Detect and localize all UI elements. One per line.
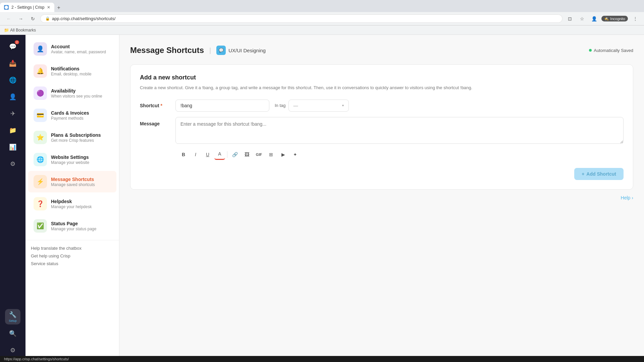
cards-icon: 💳 <box>34 109 47 122</box>
service-status-link[interactable]: Service status <box>31 261 114 266</box>
form-actions: + Add Shortcut <box>140 168 624 180</box>
lock-icon: 🔒 <box>45 16 50 21</box>
search-icon: 🔍 <box>9 330 16 337</box>
rail-item-files[interactable]: 📁 <box>5 123 20 138</box>
forward-button[interactable]: → <box>16 14 25 23</box>
sidebar-item-notifications[interactable]: 🔔 Notifications Email, desktop, mobile <box>28 60 116 82</box>
help-link[interactable]: Get help using Crisp <box>31 253 114 258</box>
icon-rail: 💬 2 📥 🌐 👤 ✈ 📁 📊 ⚙ 🔧 Setup 🔍 <box>0 35 25 362</box>
help-arrow: › <box>632 195 633 200</box>
active-tab[interactable]: 2 - Settings | Crisp ✕ <box>0 3 54 12</box>
rail-item-apps[interactable]: ⚙ <box>5 156 20 172</box>
help-anchor[interactable]: Help › <box>621 195 633 200</box>
availability-text: Availability When visitors see you onlin… <box>51 88 102 99</box>
message-label: Message <box>140 117 170 126</box>
video-button[interactable]: ▶ <box>278 149 288 160</box>
in-tag-label: In tag <box>275 103 286 108</box>
sidebar-item-cards[interactable]: 💳 Cards & Invoices Payment methods <box>28 105 116 126</box>
cards-title: Cards & Invoices <box>51 110 89 116</box>
menu-icon[interactable]: ⋮ <box>631 14 640 23</box>
shortcuts-text: Message Shortcuts Manage saved shortcuts <box>51 177 95 187</box>
message-input-wrapper: B I U A 🔗 🖼 GIF ⊞ ▶ ✦ <box>175 117 624 161</box>
nav-actions: ⊡ ☆ 👤 🕵 Incognito ⋮ <box>565 14 640 23</box>
bookmark-icon[interactable]: ☆ <box>577 14 587 23</box>
back-button[interactable]: ← <box>4 14 13 23</box>
files-icon: 📁 <box>9 127 16 134</box>
message-textarea[interactable] <box>175 117 624 144</box>
rail-item-search[interactable]: 🔍 <box>5 326 20 341</box>
notifications-icon: 🔔 <box>34 64 47 78</box>
rail-item-chat[interactable]: 💬 2 <box>5 39 20 54</box>
account-icon: 👤 <box>34 42 47 56</box>
website-title: Website Settings <box>51 155 89 160</box>
sidebar-item-website[interactable]: 🌐 Website Settings Manage your website <box>28 149 116 170</box>
contacts-icon: 👤 <box>9 93 16 101</box>
table-button[interactable]: ⊞ <box>266 149 276 160</box>
add-button-label: Add Shortcut <box>586 171 616 177</box>
in-tag-wrapper: In tag — ▾ <box>275 100 349 112</box>
text-color-button[interactable]: A <box>214 149 225 160</box>
reload-button[interactable]: ↻ <box>28 14 38 23</box>
add-shortcut-button[interactable]: + Add Shortcut <box>574 168 624 180</box>
help-label: Help <box>621 195 631 200</box>
sidebar-item-helpdesk[interactable]: ❓ Helpdesk Manage your helpdesk <box>28 193 116 215</box>
rail-item-analytics[interactable]: 📊 <box>5 139 20 155</box>
new-tab-button[interactable]: + <box>54 3 63 12</box>
cast-icon[interactable]: ⊡ <box>565 14 575 23</box>
card-description: Create a new shortcut. Give it a !bang, … <box>140 84 624 92</box>
workspace-icon: 💬 <box>216 46 226 55</box>
incognito-label: Incognito <box>610 17 625 21</box>
translate-link[interactable]: Help translate the chatbox <box>31 246 114 251</box>
availability-icon: 🟣 <box>34 86 47 100</box>
add-button-icon: + <box>582 171 584 177</box>
rail-item-send[interactable]: ✈ <box>5 106 20 121</box>
setup-icon: 🔧 <box>9 311 16 318</box>
bookmarks-icon: 📁 <box>4 28 9 33</box>
gif-button[interactable]: GIF <box>254 149 264 160</box>
sidebar-item-shortcuts[interactable]: ⚡ Message Shortcuts Manage saved shortcu… <box>28 171 116 192</box>
browser-nav: ← → ↻ 🔒 app.crisp.chat/settings/shortcut… <box>0 12 644 25</box>
website-subtitle: Manage your website <box>51 160 89 165</box>
account-subtitle: Avatar, name, email, password <box>51 50 106 54</box>
notifications-text: Notifications Email, desktop, mobile <box>51 66 92 76</box>
profile-icon[interactable]: 👤 <box>589 14 599 23</box>
italic-button[interactable]: I <box>190 149 201 160</box>
auto-save-indicator: Automatically Saved <box>589 48 633 53</box>
emoji-button[interactable]: ✦ <box>290 149 301 160</box>
status-icon: ✅ <box>34 219 47 233</box>
sidebar-item-availability[interactable]: 🟣 Availability When visitors see you onl… <box>28 82 116 104</box>
shortcut-row: Shortcut * In tag — ▾ <box>140 100 624 112</box>
tag-select[interactable]: — ▾ <box>288 100 349 112</box>
tag-select-value: — <box>293 103 340 108</box>
sidebar-footer: Help translate the chatbox Get help usin… <box>25 240 119 274</box>
analytics-icon: 📊 <box>9 143 16 151</box>
tab-favicon <box>4 5 9 10</box>
card-title: Add a new shortcut <box>140 74 624 81</box>
underline-button[interactable]: U <box>202 149 213 160</box>
address-bar[interactable]: 🔒 app.crisp.chat/settings/shortcuts/ <box>40 14 562 23</box>
rail-item-contacts[interactable]: 👤 <box>5 89 20 105</box>
sidebar-item-account[interactable]: 👤 Account Avatar, name, email, password <box>28 38 116 60</box>
rail-item-globe[interactable]: 🌐 <box>5 72 20 88</box>
toolbar-divider-1 <box>227 151 227 158</box>
sidebar-item-status[interactable]: ✅ Status Page Manage your status page <box>28 215 116 237</box>
auto-save-dot <box>589 49 592 52</box>
rail-item-inbox[interactable]: 📥 <box>5 56 20 71</box>
bold-button[interactable]: B <box>178 149 189 160</box>
chat-icon: 💬 <box>9 43 16 50</box>
link-button[interactable]: 🔗 <box>229 149 240 160</box>
close-tab-button[interactable]: ✕ <box>47 5 50 10</box>
add-shortcut-card: Add a new shortcut Create a new shortcut… <box>130 64 633 190</box>
formatting-toolbar: B I U A 🔗 🖼 GIF ⊞ ▶ ✦ <box>175 148 624 161</box>
auto-save-label: Automatically Saved <box>594 48 633 53</box>
incognito-badge: 🕵 Incognito <box>601 16 628 21</box>
url-text: app.crisp.chat/settings/shortcuts/ <box>52 16 115 21</box>
chat-badge: 2 <box>15 40 19 44</box>
status-bar: https://app.crisp.chat/settings/shortcut… <box>0 356 644 362</box>
sidebar-item-plans[interactable]: ⭐ Plans & Subscriptions Get more Crisp f… <box>28 127 116 148</box>
image-button[interactable]: 🖼 <box>241 149 252 160</box>
browser-chrome: 2 - Settings | Crisp ✕ + ← → ↻ 🔒 app.cri… <box>0 0 644 35</box>
settings-sidebar: 👤 Account Avatar, name, email, password … <box>25 35 119 362</box>
shortcut-input[interactable] <box>175 100 269 112</box>
rail-item-setup[interactable]: 🔧 Setup <box>5 309 20 324</box>
